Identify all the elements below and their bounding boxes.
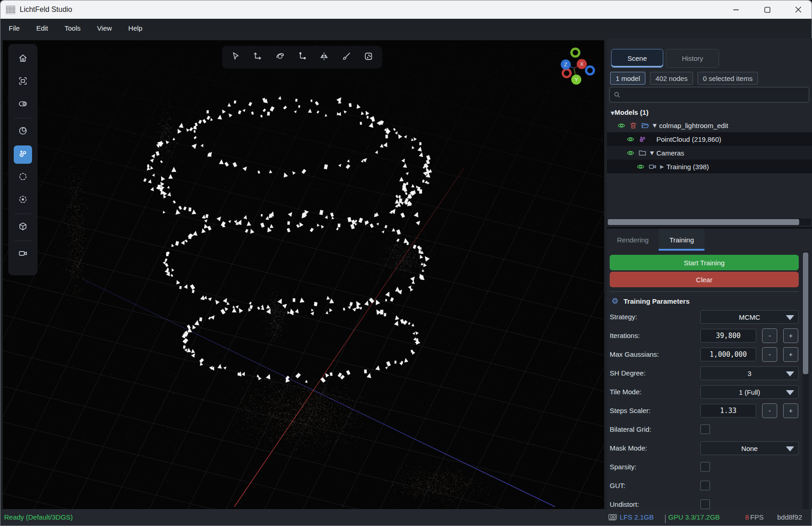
start-training-button[interactable]: Start Training <box>610 255 799 270</box>
chevron-down-icon[interactable]: ▼ <box>653 123 659 129</box>
delete-trash-icon[interactable] <box>629 121 637 129</box>
tool-rotate-orbit-button[interactable] <box>271 48 289 66</box>
tab-rendering[interactable]: Rendering <box>607 229 659 251</box>
menu-file[interactable]: File <box>0 19 28 38</box>
bilateral-grid-checkbox[interactable] <box>700 424 710 434</box>
tree-node-label[interactable]: PointCloud (219,860) <box>656 135 721 143</box>
param-row-tile-mode: Tile Mode: 1 (Full) <box>610 385 799 399</box>
gizmo-axis-ring[interactable] <box>586 67 594 75</box>
scene-search-box[interactable] <box>609 87 809 102</box>
tool-frame-view-button[interactable] <box>14 73 32 91</box>
clear-button[interactable]: Clear <box>610 272 799 287</box>
param-label: Iterations: <box>610 329 640 343</box>
tree-node-label[interactable]: Cameras <box>656 149 684 157</box>
gizmo-axis-z[interactable]: Z <box>561 59 571 70</box>
steps-scaler-decrement-button[interactable]: - <box>762 403 777 418</box>
tool-mirror-button[interactable] <box>315 48 333 66</box>
max-gaussians-decrement-button[interactable]: - <box>762 347 777 362</box>
param-row-strategy: Strategy: MCMC <box>610 310 799 324</box>
visibility-eye-icon[interactable] <box>636 162 644 171</box>
tree-node-label[interactable]: colmap_lightroom_edit <box>659 122 728 129</box>
tool-pivot-button[interactable] <box>293 48 311 66</box>
tree-row-cameras[interactable]: ▼Cameras <box>607 146 812 160</box>
iterations-increment-button[interactable]: + <box>783 328 798 343</box>
iterations-decrement-button[interactable]: - <box>762 328 777 343</box>
tool-point-cloud-button[interactable] <box>14 145 32 164</box>
gut-checkbox[interactable] <box>700 481 710 490</box>
menu-help[interactable]: Help <box>120 19 151 38</box>
tab-scene[interactable]: Scene <box>611 49 663 68</box>
toolbar-divider <box>15 214 31 214</box>
gizmo-axis-y[interactable]: Y <box>571 75 581 85</box>
visibility-eye-icon[interactable] <box>626 135 634 143</box>
menu-view[interactable]: View <box>89 19 120 38</box>
scrollbar-thumb[interactable] <box>803 252 808 374</box>
dropdown-value: None <box>742 445 758 452</box>
sh-degree-dropdown[interactable]: 3 <box>700 366 799 380</box>
tool-home-button[interactable] <box>14 50 32 68</box>
tab-history[interactable]: History <box>666 49 719 68</box>
tree-horizontal-scrollbar[interactable] <box>608 219 811 225</box>
tool-brush-button[interactable] <box>337 48 356 66</box>
sparsity-checkbox[interactable] <box>700 462 710 472</box>
tool-bounding-box-button[interactable] <box>14 218 32 236</box>
status-fps-label: FPS <box>750 509 763 526</box>
iterations-input[interactable]: 39,800 <box>700 329 756 343</box>
gizmo-axis-ring[interactable] <box>572 49 579 57</box>
max-gaussians-input[interactable]: 1,000,000 <box>700 348 756 361</box>
menu-edit[interactable]: Edit <box>28 19 56 38</box>
close-button[interactable] <box>788 0 809 19</box>
tile-mode-dropdown[interactable]: 1 (Full) <box>700 385 799 399</box>
maximize-button[interactable] <box>757 0 778 19</box>
tool-display-toggle-button[interactable] <box>14 96 32 114</box>
minimize-button[interactable] <box>725 0 747 19</box>
visibility-eye-icon[interactable] <box>617 121 625 129</box>
mask-mode-dropdown[interactable]: None <box>700 441 799 455</box>
chevron-down-icon <box>786 446 794 451</box>
steps-scaler-input[interactable]: 1.33 <box>700 404 756 418</box>
undistort-checkbox[interactable] <box>700 499 710 509</box>
tree-row-pointcloud[interactable]: PointCloud (219,860) <box>607 132 812 146</box>
param-row-iterations: Iterations:39,800 - + <box>610 329 799 343</box>
scrollbar-thumb[interactable] <box>608 219 799 225</box>
tool-selection-circle-button[interactable] <box>14 168 32 187</box>
display-toggle-icon <box>18 99 28 111</box>
steps-scaler-increment-button[interactable]: + <box>783 403 798 418</box>
axis-gizmo[interactable]: X Y Z <box>548 43 600 94</box>
inspector-vertical-scrollbar[interactable] <box>802 252 809 509</box>
tool-translate-button[interactable] <box>249 48 267 66</box>
dropdown-value: MCMC <box>739 313 760 321</box>
tool-camera-path-button[interactable] <box>14 245 32 263</box>
tool-region-dots-button[interactable] <box>359 48 378 66</box>
title-bar[interactable]: LichtFeld Studio <box>0 0 812 19</box>
points-icon[interactable] <box>638 135 646 143</box>
tool-select-cursor-button[interactable] <box>227 48 245 66</box>
gizmo-axis-x[interactable]: X <box>577 59 587 69</box>
folder-icon[interactable] <box>638 149 646 157</box>
video-icon[interactable] <box>648 162 656 171</box>
pointcloud-canvas[interactable] <box>3 40 604 509</box>
dropdown-value: 1 (Full) <box>739 388 760 396</box>
tree-node-label[interactable]: Training (398) <box>666 163 709 171</box>
badge-402-nodes: 402 nodes <box>650 72 693 85</box>
viewport-3d[interactable] <box>3 40 604 509</box>
chevron-down-icon[interactable]: ▼ <box>650 150 656 156</box>
folder-open-icon[interactable] <box>641 121 649 129</box>
brush-icon <box>341 51 352 63</box>
param-label: Mask Mode: <box>610 441 647 455</box>
tree-row-colmap_lightroom_edit[interactable]: ▼colmap_lightroom_edit <box>607 118 812 132</box>
tree-row-training[interactable]: ▶Training (398) <box>607 160 812 173</box>
tool-selection-center-button[interactable] <box>14 191 32 209</box>
menu-tools[interactable]: Tools <box>56 19 89 38</box>
chevron-right-icon[interactable]: ▶ <box>660 164 666 170</box>
max-gaussians-increment-button[interactable]: + <box>783 347 798 362</box>
tab-training[interactable]: Training <box>659 229 704 251</box>
gizmo-axis-ring[interactable] <box>563 70 571 77</box>
search-input[interactable] <box>621 91 809 98</box>
visibility-eye-icon[interactable] <box>626 149 634 157</box>
home-icon <box>18 53 28 65</box>
tool-contrast-sphere-button[interactable] <box>14 123 32 141</box>
selection-center-icon <box>18 194 28 206</box>
strategy-dropdown[interactable]: MCMC <box>700 310 799 324</box>
tree-header-models[interactable]: ▼Models (1) <box>607 107 812 118</box>
